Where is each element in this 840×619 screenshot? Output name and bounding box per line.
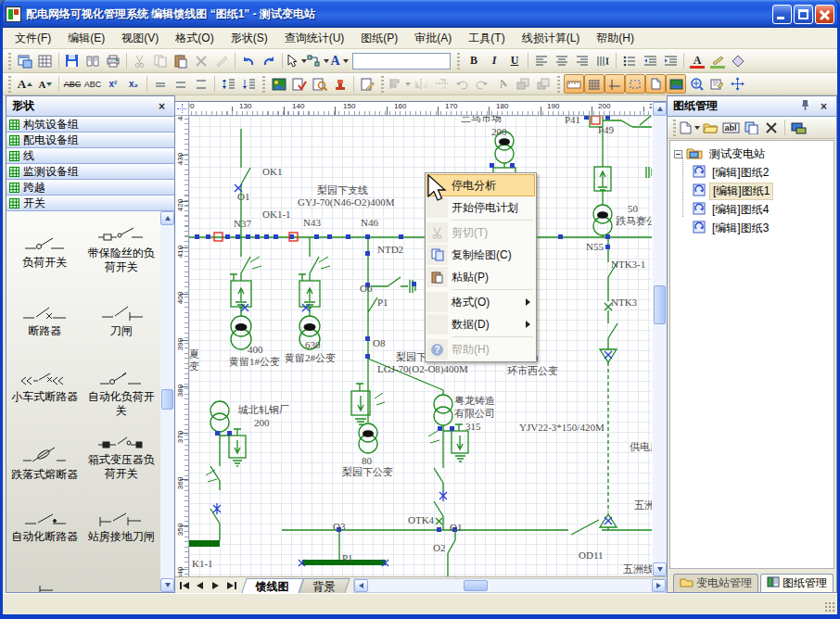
menu-item[interactable]: 工具(T): [460, 28, 513, 49]
bold-button[interactable]: B: [464, 51, 484, 70]
menu-item[interactable]: 编辑(E): [59, 28, 113, 49]
shape-item[interactable]: 自动化负荷开关: [83, 344, 160, 423]
page-break-toggle[interactable]: [645, 74, 666, 94]
scroll-up-button[interactable]: [653, 102, 667, 116]
scroll-down-button[interactable]: [160, 578, 174, 592]
line-spacing-3-button[interactable]: [191, 74, 211, 94]
grid-toggle[interactable]: [584, 74, 605, 94]
shape-group-item[interactable]: 构筑设备组: [6, 117, 174, 133]
next-sheet-button[interactable]: [209, 578, 223, 592]
canvas-hscrollbar[interactable]: [353, 578, 667, 593]
zoom-pan-button[interactable]: [686, 74, 706, 94]
menu-item[interactable]: 审批(A): [406, 28, 460, 49]
sheet-tab-feeder[interactable]: 馈线图: [241, 578, 303, 593]
minimize-button[interactable]: [772, 5, 792, 24]
background-image-toggle[interactable]: [666, 74, 686, 94]
open-sheet-button[interactable]: [700, 118, 720, 137]
properties-button[interactable]: [706, 74, 727, 94]
preview-button[interactable]: [83, 51, 103, 70]
underline-button[interactable]: U: [504, 51, 525, 70]
close-button[interactable]: [815, 5, 834, 24]
menu-item[interactable]: 线损计算(L): [514, 28, 589, 49]
menu-item[interactable]: 视图(V): [113, 28, 167, 49]
shape-item[interactable]: 负荷开关: [6, 215, 83, 280]
menu-item[interactable]: 格式(O): [167, 28, 222, 49]
font-tool-button[interactable]: A: [329, 51, 350, 70]
scrollbar-thumb[interactable]: [464, 580, 488, 591]
new-sheet-button[interactable]: [680, 118, 700, 137]
tree-row[interactable]: [编辑]图纸4: [693, 201, 771, 218]
insert-picture-button[interactable]: [269, 74, 289, 94]
align-center-button[interactable]: [552, 51, 572, 70]
rename-sheet-button[interactable]: abl: [720, 118, 741, 137]
delete-button[interactable]: [191, 51, 211, 70]
menu-item-data[interactable]: 数据(D): [426, 313, 535, 335]
decrease-indent-button[interactable]: [640, 51, 660, 70]
toolbar-grip[interactable]: [8, 76, 11, 93]
menu-item-format[interactable]: 格式(O): [426, 291, 535, 313]
shape-item[interactable]: 跌落式熔断器: [6, 423, 83, 487]
toolbar-grip[interactable]: [381, 76, 384, 93]
bring-to-front-button[interactable]: [513, 74, 533, 94]
guides-toggle[interactable]: [605, 74, 625, 94]
marquee-toggle[interactable]: [625, 74, 645, 94]
gallery-scrollbar[interactable]: [160, 211, 174, 592]
save-button[interactable]: [62, 51, 83, 70]
drawings-panel-close-icon[interactable]: ×: [817, 100, 831, 113]
rotate-text-button[interactable]: A: [492, 74, 513, 94]
sheet-tab-background[interactable]: 背景: [299, 578, 350, 593]
shape-item[interactable]: 站房接地刀闸: [83, 487, 160, 550]
shape-item[interactable]: 断路器: [6, 280, 83, 344]
shrink-font-button[interactable]: A: [35, 74, 56, 94]
shape-item[interactable]: 小车式断路器: [6, 344, 83, 423]
tab-substation-manage[interactable]: 变电站管理: [673, 574, 758, 592]
italic-button[interactable]: I: [484, 51, 504, 70]
collapse-icon[interactable]: [674, 150, 682, 158]
shape-group-item[interactable]: 监测设备组: [6, 164, 174, 180]
menu-item[interactable]: 查询统计(U): [276, 28, 353, 49]
delete-sheet-button[interactable]: [761, 118, 782, 137]
stamp-button[interactable]: [330, 74, 350, 94]
align-shapes-button[interactable]: [388, 74, 411, 94]
font-color-button[interactable]: A: [687, 51, 707, 70]
copy-button[interactable]: [150, 51, 171, 70]
copy-sheet-button[interactable]: [741, 118, 761, 137]
search-input[interactable]: [352, 53, 451, 69]
scroll-up-button[interactable]: [160, 211, 174, 225]
flip-horizontal-button[interactable]: [411, 74, 431, 94]
bullet-list-button[interactable]: [619, 51, 640, 70]
scrollbar-thumb[interactable]: [161, 389, 173, 410]
paste-button[interactable]: [171, 51, 191, 70]
find-sheet-button[interactable]: [310, 74, 330, 94]
undo-button[interactable]: [238, 51, 259, 70]
line-spacing-1-button[interactable]: [150, 74, 171, 94]
tree-row[interactable]: [编辑]图纸3: [693, 220, 771, 236]
menu-item[interactable]: 图纸(P): [352, 28, 406, 49]
space-before-button[interactable]: [218, 74, 238, 94]
first-sheet-button[interactable]: [177, 578, 191, 592]
title-bar[interactable]: 配电网络可视化管理系统 编辑馈线图 “图纸1” - 测试变电站: [0, 0, 840, 28]
cut-button[interactable]: [130, 51, 150, 70]
table-button[interactable]: [35, 51, 56, 70]
menu-item-help[interactable]: ? 帮助(H): [426, 338, 535, 360]
connector-tool-button[interactable]: [307, 51, 329, 70]
menu-item-copy-drawing[interactable]: 复制绘图(C): [426, 244, 535, 266]
toolbar-grip[interactable]: [457, 53, 460, 69]
superscript-button[interactable]: x²: [103, 74, 123, 94]
shape-item[interactable]: 带保险丝的负荷开关: [83, 215, 160, 280]
send-to-back-button[interactable]: [533, 74, 554, 94]
shape-group-item[interactable]: 配电设备组: [6, 133, 174, 148]
pin-icon[interactable]: [801, 99, 809, 114]
ruler-toggle[interactable]: [564, 74, 584, 94]
scroll-down-button[interactable]: [653, 562, 667, 576]
tree-row[interactable]: [编辑]图纸2: [693, 164, 771, 181]
toolbar-grip[interactable]: [8, 53, 11, 69]
rotate-left-button[interactable]: [452, 74, 472, 94]
shape-item[interactable]: 副柜: [6, 550, 83, 592]
redo-button[interactable]: [259, 51, 279, 70]
grow-font-button[interactable]: A: [15, 74, 35, 94]
shape-group-item[interactable]: 跨越: [6, 180, 174, 196]
space-after-button[interactable]: [238, 74, 259, 94]
menu-item-paste[interactable]: 粘贴(P): [426, 266, 535, 288]
maximize-button[interactable]: [794, 5, 813, 24]
